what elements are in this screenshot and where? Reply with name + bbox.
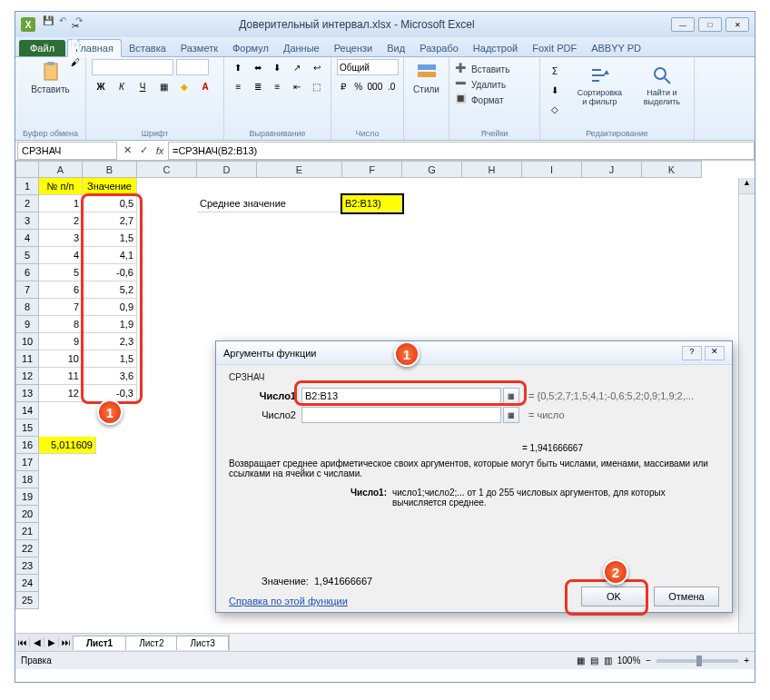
cancel-formula-button[interactable]: ✕ (119, 144, 135, 156)
cell-d2-label[interactable]: Среднее значение (197, 195, 342, 212)
cell-b4[interactable]: 1,5 (83, 230, 137, 247)
tab-data[interactable]: Данные (276, 40, 327, 56)
cell-b1[interactable]: Значение (83, 178, 137, 195)
cell-a7[interactable]: 6 (39, 281, 83, 299)
row-header[interactable]: 7 (15, 281, 39, 299)
cell-a16[interactable]: 5,011609 (39, 437, 96, 454)
cell-f2-selected[interactable]: B2:B13) (342, 195, 402, 212)
row-header[interactable]: 19 (15, 488, 39, 506)
cell-b2[interactable]: 0,5 (83, 195, 137, 212)
percent-button[interactable]: % (352, 78, 365, 94)
cell-b8[interactable]: 0,9 (83, 299, 137, 316)
select-all-corner[interactable] (15, 161, 39, 178)
col-header[interactable]: H (462, 161, 522, 178)
orientation-button[interactable]: ↗ (289, 59, 306, 75)
comma-button[interactable]: 000 (368, 78, 383, 94)
align-right-button[interactable]: ≡ (269, 78, 286, 94)
row-header[interactable]: 14 (15, 402, 39, 419)
sheet-nav[interactable]: ⏮◀▶⏭ (15, 637, 74, 647)
tab-formulas[interactable]: Формул (225, 40, 276, 56)
cell-a13[interactable]: 12 (39, 385, 83, 402)
row-header[interactable]: 21 (15, 523, 39, 540)
zoom-out-button[interactable]: − (646, 656, 651, 665)
row-header[interactable]: 12 (15, 368, 39, 385)
wrap-button[interactable]: ↩ (308, 59, 325, 75)
row-header[interactable]: 15 (15, 419, 39, 437)
align-left-button[interactable]: ≡ (230, 78, 247, 94)
fontsize-combo[interactable] (176, 59, 209, 75)
col-header[interactable]: G (402, 161, 462, 178)
row-header[interactable]: 22 (15, 540, 39, 557)
cell-a10[interactable]: 9 (39, 333, 83, 350)
sort-filter-button[interactable]: Сортировка и фильтр (569, 63, 630, 117)
arg2-range-picker-button[interactable]: ▦ (503, 407, 519, 423)
dialog-close-button[interactable]: ✕ (705, 346, 725, 360)
col-header[interactable]: D (197, 161, 257, 178)
zoom-in-button[interactable]: + (744, 656, 749, 665)
tab-insert[interactable]: Вставка (122, 40, 173, 56)
arg2-input[interactable] (301, 407, 501, 423)
minimize-button[interactable]: — (671, 17, 695, 32)
copy-icon[interactable]: 📄 (66, 35, 84, 52)
row-header[interactable]: 23 (15, 557, 39, 575)
col-header[interactable]: E (257, 161, 342, 178)
fill-color-button[interactable]: ◆ (175, 78, 193, 94)
cell-b7[interactable]: 5,2 (83, 281, 137, 299)
cell-b10[interactable]: 2,3 (83, 333, 137, 350)
row-header[interactable]: 9 (15, 316, 39, 333)
insert-cells-button[interactable]: ➕Вставить (455, 63, 534, 75)
cell-b3[interactable]: 2,7 (83, 212, 137, 230)
tab-review[interactable]: Рецензи (327, 40, 380, 56)
format-cells-button[interactable]: 🔳Формат (455, 94, 534, 106)
view-break-icon[interactable]: ▥ (604, 656, 612, 665)
cell-b12[interactable]: 3,6 (83, 368, 137, 385)
vertical-scrollbar[interactable]: ▲ (738, 178, 755, 633)
row-header[interactable]: 3 (15, 212, 39, 230)
view-normal-icon[interactable]: ▦ (577, 656, 585, 665)
row-header[interactable]: 4 (15, 230, 39, 247)
row-header[interactable]: 18 (15, 471, 39, 488)
dialog-help-button[interactable]: ? (682, 346, 702, 360)
col-header[interactable]: A (39, 161, 83, 178)
currency-button[interactable]: ₽ (337, 78, 350, 94)
align-top-button[interactable]: ⬆ (230, 59, 247, 75)
cell-b6[interactable]: -0,6 (83, 264, 137, 281)
row-header[interactable]: 24 (15, 575, 39, 592)
col-header[interactable]: K (642, 161, 702, 178)
row-header[interactable]: 25 (15, 592, 39, 609)
row-header[interactable]: 6 (15, 264, 39, 281)
tab-file[interactable]: Файл (19, 40, 65, 56)
indent-dec-button[interactable]: ⇤ (289, 78, 306, 94)
tab-foxit[interactable]: Foxit PDF (525, 40, 584, 56)
find-button[interactable]: Найти и выделить (636, 63, 688, 117)
dialog-titlebar[interactable]: Аргументы функции ? ✕ (216, 341, 732, 365)
cell-b9[interactable]: 1,9 (83, 316, 137, 333)
row-header[interactable]: 8 (15, 299, 39, 316)
row-header[interactable]: 13 (15, 385, 39, 402)
cell-a6[interactable]: 5 (39, 264, 83, 281)
italic-button[interactable]: К (113, 78, 131, 94)
cut-icon[interactable]: ✂ (66, 17, 84, 34)
fill-button[interactable]: ⬇ (546, 82, 564, 98)
zoom-value[interactable]: 100% (617, 656, 641, 665)
horizontal-scrollbar[interactable] (229, 634, 755, 651)
ok-button[interactable]: OK (581, 587, 647, 606)
row-header[interactable]: 11 (15, 350, 39, 368)
col-header[interactable]: F (342, 161, 402, 178)
row-header[interactable]: 1 (15, 178, 39, 195)
row-header[interactable]: 17 (15, 454, 39, 471)
tab-abbyy[interactable]: ABBYY PD (584, 40, 648, 56)
cell-a5[interactable]: 4 (39, 247, 83, 264)
cell-a2[interactable]: 1 (39, 195, 83, 212)
col-header[interactable]: I (522, 161, 582, 178)
autosum-button[interactable]: Σ (546, 63, 564, 79)
cell-a8[interactable]: 7 (39, 299, 83, 316)
arg1-range-picker-button[interactable]: ▦ (503, 388, 519, 404)
delete-cells-button[interactable]: ➖Удалить (455, 78, 534, 91)
cell-a1[interactable]: № п/п (39, 178, 83, 195)
cell-b5[interactable]: 4,1 (83, 247, 137, 264)
col-header[interactable]: B (83, 161, 137, 178)
styles-button[interactable]: Стили (410, 59, 443, 96)
tab-layout[interactable]: Разметк (173, 40, 225, 56)
dec-inc-button[interactable]: .0 (385, 78, 398, 94)
